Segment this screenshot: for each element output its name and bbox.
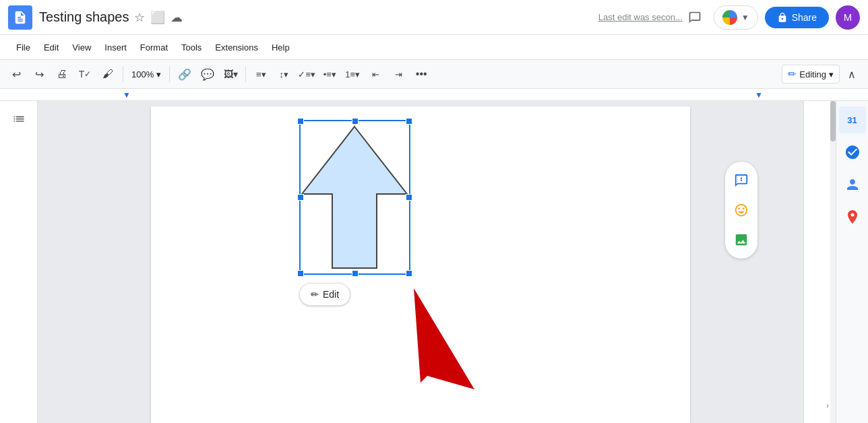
- svg-marker-2: [414, 288, 474, 389]
- share-button[interactable]: Share: [765, 7, 829, 28]
- collapse-button[interactable]: ∧: [841, 63, 863, 85]
- menu-view[interactable]: View: [67, 40, 96, 55]
- ruler-right-arrow: ▼: [755, 90, 763, 100]
- checklist-button[interactable]: ✓≡▾: [296, 63, 317, 85]
- edit-pencil-icon: ✏: [311, 289, 319, 300]
- cloud-icon[interactable]: ☁: [170, 10, 183, 25]
- header-right: ▼ Share M: [683, 5, 860, 30]
- red-arrow-annotation: [394, 268, 528, 405]
- toolbar-divider-2: [169, 66, 170, 82]
- shape-container[interactable]: [299, 120, 410, 275]
- add-comment-float-btn[interactable]: [728, 167, 755, 194]
- zoom-chevron: ▾: [156, 69, 161, 79]
- edit-button[interactable]: ✏ Edit: [299, 283, 350, 306]
- menu-extensions[interactable]: Extensions: [210, 40, 264, 55]
- menu-tools[interactable]: Tools: [176, 40, 207, 55]
- user-avatar[interactable]: M: [836, 5, 860, 30]
- title-icons: ☆ ⬜ ☁: [134, 10, 183, 25]
- emoji-float-btn[interactable]: [728, 197, 755, 224]
- spellcheck-button[interactable]: T✓: [74, 63, 96, 85]
- paint-format-button[interactable]: 🖌: [97, 63, 119, 85]
- comments-button[interactable]: [683, 5, 707, 30]
- link-button[interactable]: 🔗: [174, 63, 195, 85]
- expand-sidebar-btn[interactable]: ›: [826, 401, 829, 410]
- edit-label: Edit: [323, 289, 339, 300]
- svg-line-3: [410, 287, 474, 389]
- scrollbar-thumb[interactable]: [830, 101, 836, 141]
- more-button[interactable]: •••: [410, 63, 432, 85]
- meet-chevron: ▼: [741, 13, 749, 22]
- line-spacing-button[interactable]: ↕▾: [273, 63, 294, 85]
- share-label: Share: [792, 12, 817, 23]
- maps-sidebar-icon[interactable]: [839, 203, 866, 230]
- right-scrollbar-panel: ›: [803, 101, 836, 423]
- doc-title: Testing shapes: [39, 9, 129, 25]
- title-bar: Testing shapes ☆ ⬜ ☁ Last edit was secon…: [0, 0, 868, 35]
- menu-file[interactable]: File: [11, 40, 36, 55]
- app-icon: [8, 5, 32, 30]
- indent-more-button[interactable]: ⇥: [388, 63, 409, 85]
- image-float-btn[interactable]: [728, 226, 755, 253]
- zoom-select[interactable]: 100% ▾: [127, 67, 165, 82]
- left-panel: [0, 101, 38, 423]
- far-right-sidebar: 31: [836, 101, 868, 423]
- editing-mode-button[interactable]: ✏ Editing ▾: [782, 65, 840, 84]
- menu-edit[interactable]: Edit: [38, 40, 64, 55]
- meet-button[interactable]: ▼: [714, 5, 758, 30]
- redo-button[interactable]: ↪: [28, 63, 50, 85]
- menu-insert[interactable]: Insert: [99, 40, 132, 55]
- undo-button[interactable]: ↩: [5, 63, 27, 85]
- arrow-shape-svg: [299, 120, 410, 275]
- toolbar-divider-3: [245, 66, 246, 82]
- menu-bar: File Edit View Insert Format Tools Exten…: [0, 35, 868, 59]
- scrollbar-track[interactable]: [830, 101, 836, 423]
- toolbar: ↩ ↪ 🖨 T✓ 🖌 100% ▾ 🔗 💬 🖼▾ ≡▾ ↕▾ ✓≡▾ •≡▾ 1…: [0, 59, 868, 89]
- toolbar-divider-1: [123, 66, 123, 82]
- main-area: ✏ Edit: [0, 101, 868, 423]
- floating-toolbar: [725, 162, 757, 259]
- image-button[interactable]: 🖼▾: [220, 63, 241, 85]
- align-button[interactable]: ≡▾: [250, 63, 272, 85]
- zoom-value: 100%: [131, 69, 154, 79]
- doc-area: ✏ Edit: [38, 101, 803, 423]
- ruler-left-arrow: ▼: [123, 90, 131, 100]
- doc-page: ✏ Edit: [151, 106, 690, 423]
- outline-icon[interactable]: [5, 108, 32, 135]
- editing-label: Editing: [799, 69, 826, 79]
- meet-icon: [722, 10, 737, 25]
- menu-help[interactable]: Help: [266, 40, 295, 55]
- star-icon[interactable]: ☆: [134, 10, 145, 25]
- comment-button[interactable]: 💬: [197, 63, 218, 85]
- print-button[interactable]: 🖨: [51, 63, 73, 85]
- last-edit-text[interactable]: Last edit was secon...: [598, 12, 683, 22]
- tasks-sidebar-icon[interactable]: [839, 139, 866, 166]
- editing-chevron: ▾: [829, 69, 834, 79]
- calendar-sidebar-icon[interactable]: 31: [839, 106, 866, 133]
- numbered-list-button[interactable]: 1≡▾: [342, 63, 363, 85]
- drive-icon[interactable]: ⬜: [150, 10, 165, 25]
- ruler: ▼ ▼: [0, 89, 868, 101]
- bullet-list-button[interactable]: •≡▾: [319, 63, 340, 85]
- indent-less-button[interactable]: ⇤: [365, 63, 386, 85]
- menu-format[interactable]: Format: [135, 40, 173, 55]
- contacts-sidebar-icon[interactable]: [839, 171, 866, 198]
- svg-marker-0: [302, 127, 407, 268]
